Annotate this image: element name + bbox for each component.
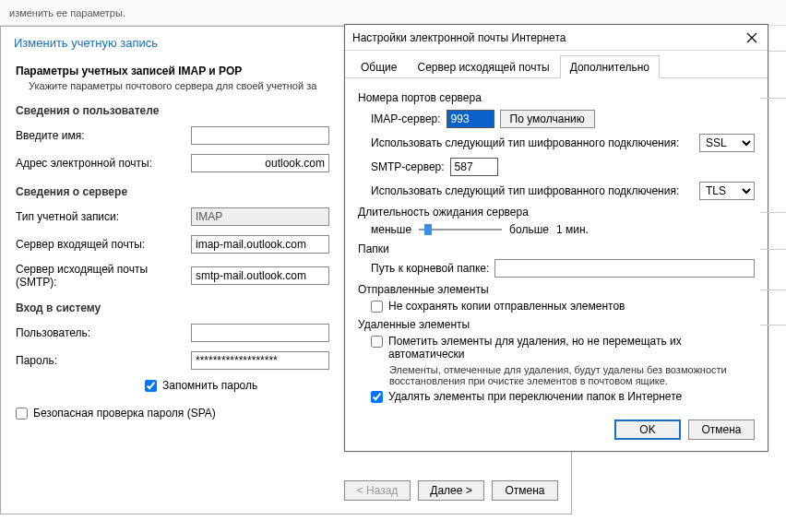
timeout-slider[interactable] bbox=[419, 222, 502, 237]
input-incoming-server[interactable] bbox=[191, 235, 329, 254]
defaults-button[interactable]: По умолчанию bbox=[500, 110, 595, 128]
input-smtp-port[interactable] bbox=[450, 158, 498, 176]
legend-folders: Папки bbox=[358, 242, 755, 255]
label-root-path: Путь к корневой папке: bbox=[371, 262, 489, 275]
label-smtp-encryption: Использовать следующий тип шифрованного … bbox=[371, 184, 679, 197]
input-password[interactable] bbox=[191, 351, 329, 370]
label-password: Пароль: bbox=[16, 354, 191, 367]
internet-email-settings-dialog: Настройки электронной почты Интернета Об… bbox=[344, 24, 768, 452]
label-name: Введите имя: bbox=[16, 129, 191, 142]
checkbox-dont-save-sent[interactable] bbox=[371, 301, 383, 313]
checkbox-purge-on-switch[interactable] bbox=[371, 391, 383, 403]
input-name[interactable] bbox=[191, 126, 329, 145]
legend-server-ports: Номера портов сервера bbox=[358, 91, 755, 104]
tab-general[interactable]: Общие bbox=[351, 55, 407, 78]
input-email[interactable] bbox=[191, 154, 329, 172]
back-button: < Назад bbox=[344, 480, 411, 501]
label-smtp-server: SMTP-сервер: bbox=[371, 160, 445, 173]
next-button[interactable]: Далее > bbox=[418, 480, 484, 501]
label-less: меньше bbox=[371, 223, 411, 236]
label-account-type: Тип учетной записи: bbox=[16, 210, 191, 223]
label-username: Пользователь: bbox=[16, 326, 191, 339]
input-root-path[interactable] bbox=[494, 259, 755, 278]
label-purge-on-switch: Удалять элементы при переключении папок … bbox=[388, 390, 682, 403]
modal-cancel-button[interactable]: Отмена bbox=[688, 420, 755, 440]
timeout-value: 1 мин. bbox=[556, 223, 589, 236]
label-spa: Безопасная проверка пароля (SPA) bbox=[33, 407, 216, 420]
checkbox-spa[interactable] bbox=[16, 408, 28, 420]
label-remember-password: Запомнить пароль bbox=[162, 379, 257, 392]
cancel-button[interactable]: Отмена bbox=[492, 480, 558, 501]
label-imap-encryption: Использовать следующий тип шифрованного … bbox=[371, 136, 679, 149]
deletion-note: Элементы, отмеченные для удаления, будут… bbox=[389, 364, 755, 386]
legend-timeout: Длительность ожидания сервера bbox=[358, 206, 755, 219]
select-smtp-encryption[interactable]: TLS bbox=[699, 182, 755, 200]
label-more: больше bbox=[509, 223, 549, 236]
select-imap-encryption[interactable]: SSL bbox=[699, 134, 755, 152]
input-imap-port[interactable] bbox=[447, 110, 494, 128]
tab-advanced[interactable]: Дополнительно bbox=[560, 55, 660, 78]
label-imap-server: IMAP-сервер: bbox=[371, 112, 441, 125]
checkbox-remember-password[interactable] bbox=[145, 380, 157, 392]
label-outgoing-server: Сервер исходящей почты (SMTP): bbox=[16, 263, 191, 289]
legend-deleted-items: Удаленные элементы bbox=[358, 318, 755, 331]
input-username[interactable] bbox=[191, 324, 329, 342]
select-account-type[interactable] bbox=[191, 207, 329, 226]
close-button[interactable] bbox=[744, 30, 760, 46]
modal-tabs: Общие Сервер исходящей почты Дополнитель… bbox=[345, 54, 768, 78]
close-icon bbox=[746, 32, 757, 43]
label-incoming-server: Сервер входящей почты: bbox=[16, 238, 191, 251]
label-email: Адрес электронной почты: bbox=[16, 157, 191, 170]
modal-title: Настройки электронной почты Интернета bbox=[352, 31, 744, 44]
legend-sent-items: Отправленные элементы bbox=[358, 283, 755, 296]
ok-button[interactable]: OK bbox=[614, 420, 681, 440]
tab-outgoing-server[interactable]: Сервер исходящей почты bbox=[407, 55, 559, 78]
label-mark-for-deletion: Пометить элементы для удаления, но не пе… bbox=[388, 335, 755, 361]
input-outgoing-server[interactable] bbox=[191, 266, 329, 285]
label-dont-save-sent: Не сохранять копии отправленных элементо… bbox=[388, 300, 625, 313]
context-hint: изменить ее параметры. bbox=[0, 0, 786, 26]
checkbox-mark-for-deletion[interactable] bbox=[371, 336, 383, 348]
